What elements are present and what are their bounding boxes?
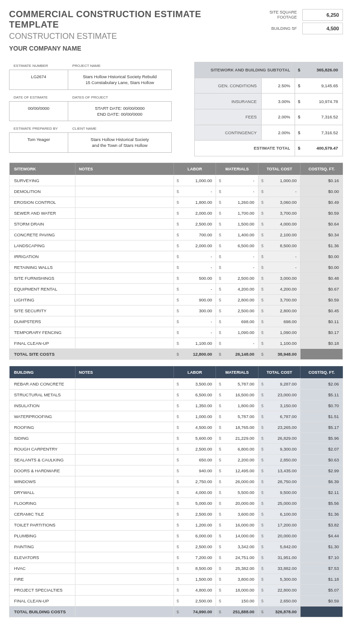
table-row: SITE SECURITY $300.00 $2,500.00 $2,800.0…	[9, 305, 343, 316]
row-materials: $-	[216, 186, 258, 197]
row-materials: $20,000.00	[216, 498, 258, 508]
col-total-cost: TOTAL COST	[258, 366, 300, 378]
row-cost-sqft: $0.67	[300, 283, 343, 294]
summary-row-label: CONTINGENCY	[195, 125, 262, 141]
row-name: SEWER AND WATER	[9, 207, 75, 218]
row-cost-sqft: $5.17	[300, 422, 343, 432]
row-notes	[75, 186, 174, 197]
row-notes	[75, 422, 174, 432]
row-name: DEMOLITION	[9, 186, 75, 197]
row-materials: $-	[216, 175, 258, 186]
row-cost-sqft: $5.96	[300, 432, 343, 443]
row-total: $2,650.00	[258, 595, 300, 606]
table-row: INSULATION $1,350.00 $1,800.00 $3,150.00…	[9, 400, 343, 411]
row-materials: $3,600.00	[216, 508, 258, 519]
row-labor: $1,000.00	[174, 175, 216, 186]
row-total: $2,850.00	[258, 454, 300, 465]
total-csf	[300, 348, 343, 359]
row-labor: $5,000.00	[174, 498, 216, 508]
row-materials: $18,000.00	[216, 584, 258, 595]
row-name: FINAL CLEAN-UP	[9, 338, 75, 348]
row-notes	[75, 389, 174, 400]
row-total: $2,100.00	[258, 229, 300, 240]
table-row: HVAC $8,500.00 $25,382.00 $33,882.00 $7.…	[9, 563, 343, 573]
row-labor: $4,500.00	[174, 422, 216, 432]
row-total: $9,300.00	[258, 443, 300, 454]
row-cost-sqft: $1.30	[300, 541, 343, 552]
row-materials: $24,751.00	[216, 552, 258, 563]
row-labor: $900.00	[174, 294, 216, 305]
row-cost-sqft: $5.56	[300, 498, 343, 508]
summary-row-amt: $7,316.52	[295, 109, 343, 125]
row-total: $26,829.00	[258, 432, 300, 443]
row-cost-sqft: $3.82	[300, 519, 343, 530]
estimate-total-label: ESTIMATE TOTAL	[195, 141, 295, 156]
row-cost-sqft: $6.39	[300, 476, 343, 487]
table-row: RETAINING WALLS $- $- $- $0.00	[9, 262, 343, 273]
row-total: $698.00	[258, 316, 300, 327]
row-materials: $4,200.00	[216, 283, 258, 294]
row-materials: $25,382.00	[216, 563, 258, 573]
row-materials: $6,800.00	[216, 443, 258, 454]
row-cost-sqft: $0.11	[300, 316, 343, 327]
row-labor: $2,500.00	[174, 443, 216, 454]
row-labor: $2,750.00	[174, 476, 216, 487]
row-name: PLUMBING	[9, 530, 75, 541]
table-row: WATERPROOFING $1,000.00 $5,787.00 $6,787…	[9, 411, 343, 422]
total-csf	[300, 606, 343, 617]
table-row: FINAL CLEAN-UP $1,100.00 $- $1,100.00 $0…	[9, 338, 343, 348]
col-materials: MATERIALS	[216, 163, 258, 175]
row-cost-sqft: $0.17	[300, 327, 343, 338]
col-cost-sqft: COST/SQ. FT.	[300, 163, 343, 175]
row-cost-sqft: $0.59	[300, 294, 343, 305]
row-labor: $650.00	[174, 454, 216, 465]
row-notes	[75, 508, 174, 519]
table-row: DOORS & HARDWARE $940.00 $12,495.00 $13,…	[9, 465, 343, 476]
total-labor: $12,800.00	[174, 348, 216, 359]
row-notes	[75, 443, 174, 454]
row-materials: $1,260.00	[216, 197, 258, 207]
row-notes	[75, 378, 174, 389]
summary-row-pct: 2.00%	[262, 109, 295, 125]
row-materials: $14,000.00	[216, 530, 258, 541]
row-cost-sqft: $0.00	[300, 251, 343, 262]
row-materials: $-	[216, 262, 258, 273]
row-materials: $1,400.00	[216, 229, 258, 240]
table-row: PAINTING $2,500.00 $3,342.00 $5,842.00 $…	[9, 541, 343, 552]
sitework-table: SITEWORK NOTES LABOR MATERIALS TOTAL COS…	[9, 163, 343, 360]
date-of-estimate: 00/00/0000	[9, 102, 68, 121]
row-total: $9,287.00	[258, 378, 300, 389]
row-name: TOILET PARTITIONS	[9, 519, 75, 530]
table-row: LANDSCAPING $2,000.00 $6,500.00 $8,500.0…	[9, 240, 343, 251]
table-row: ROOFING $4,500.00 $18,765.00 $23,265.00 …	[9, 422, 343, 432]
table-row: SITE FURNISHINGS $500.00 $2,500.00 $3,00…	[9, 273, 343, 283]
row-total: $3,150.00	[258, 400, 300, 411]
row-cost-sqft: $0.00	[300, 262, 343, 273]
row-labor: $2,000.00	[174, 207, 216, 218]
row-total: $3,700.00	[258, 207, 300, 218]
row-materials: $1,700.00	[216, 207, 258, 218]
row-labor: $6,500.00	[174, 389, 216, 400]
table-row: EROSION CONTROL $1,800.00 $1,260.00 $3,0…	[9, 197, 343, 207]
row-labor: $-	[174, 186, 216, 197]
row-materials: $1,500.00	[216, 218, 258, 229]
row-cost-sqft: $2.11	[300, 487, 343, 498]
row-name: DUMPSTERS	[9, 316, 75, 327]
table-row: PROJECT SPECIALTIES $4,800.00 $18,000.00…	[9, 584, 343, 595]
row-cost-sqft: $0.64	[300, 218, 343, 229]
row-total: $1,000.00	[258, 175, 300, 186]
row-name: EROSION CONTROL	[9, 197, 75, 207]
row-labor: $700.00	[174, 229, 216, 240]
row-name: HVAC	[9, 563, 75, 573]
row-labor: $8,500.00	[174, 563, 216, 573]
date-of-estimate-label: DATE OF ESTIMATE	[9, 94, 68, 101]
summary-table: SITEWORK AND BUILDING SUBTOTAL$365,826.0…	[194, 62, 343, 156]
row-total: $4,200.00	[258, 283, 300, 294]
row-labor: $7,200.00	[174, 552, 216, 563]
table-row: CERAMIC TILE $2,500.00 $3,600.00 $6,100.…	[9, 508, 343, 519]
row-materials: $2,500.00	[216, 305, 258, 316]
row-materials: $3,800.00	[216, 573, 258, 584]
row-total: $3,000.00	[258, 273, 300, 283]
summary-row-pct: 2.00%	[262, 125, 295, 141]
table-row: PLUMBING $6,000.00 $14,000.00 $20,000.00…	[9, 530, 343, 541]
